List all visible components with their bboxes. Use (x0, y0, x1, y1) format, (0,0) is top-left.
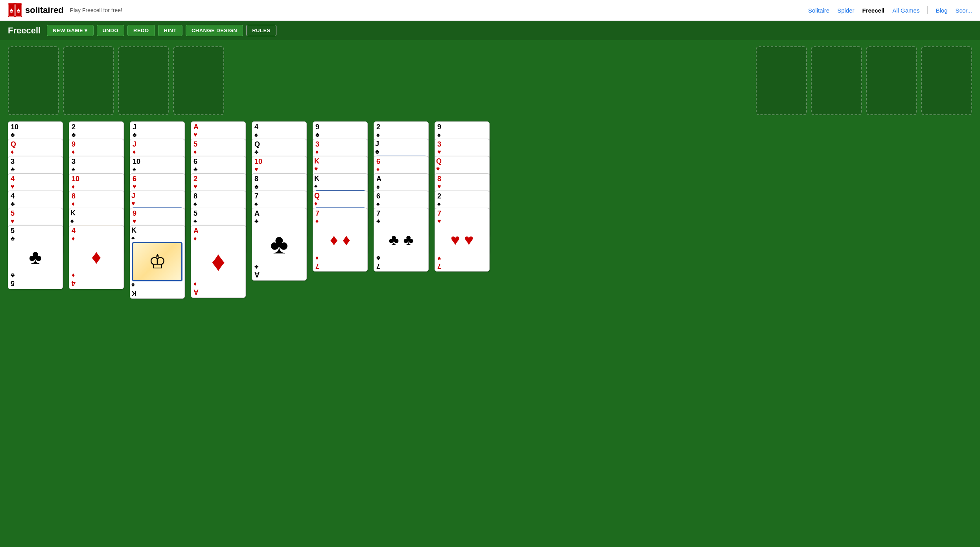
column-1: 10♣ ♣ ♣ Q♦ 3♣ 4♥ ♥ ♥ (8, 121, 65, 289)
nav-divider (927, 6, 928, 14)
card-zones (8, 46, 972, 115)
foundation-4[interactable] (921, 46, 972, 115)
foundation-2[interactable] (811, 46, 862, 115)
redo-button[interactable]: REDO (127, 25, 155, 36)
nav: Solitaire Spider Freecell All Games Blog… (808, 6, 972, 14)
change-design-button[interactable]: CHANGE DESIGN (186, 25, 243, 36)
logo[interactable]: ♠ ♠ solitaired (8, 3, 64, 17)
columns: 10♣ ♣ ♣ Q♦ 3♣ 4♥ ♥ ♥ (8, 121, 972, 299)
logo-icon: ♠ ♠ (8, 3, 22, 17)
rules-button[interactable]: RULES (246, 25, 276, 36)
nav-score[interactable]: Scor... (955, 7, 972, 14)
svg-text:♠: ♠ (17, 6, 20, 14)
card-ac[interactable]: A♣ ♣ A♣ (252, 208, 307, 281)
game-area: 10♣ ♣ ♣ Q♦ 3♣ 4♥ ♥ ♥ (0, 40, 980, 547)
card-7c[interactable]: 7♣ ♣ ♣ 7♣ (374, 208, 429, 272)
card-5c[interactable]: 5♣ ♣ 5♣ (8, 225, 63, 289)
nav-blog[interactable]: Blog (936, 7, 947, 14)
column-8: 9♠ 3♥ Q♥ 👸♥ 8♥ (435, 121, 492, 272)
foundation-group (756, 46, 972, 115)
new-game-button[interactable]: NEW GAME ▾ (47, 25, 94, 36)
nav-solitaire[interactable]: Solitaire (808, 7, 829, 14)
card-ad[interactable]: A♦ ♦ A♦ (191, 225, 246, 298)
freecell-3[interactable] (118, 46, 169, 115)
header: ♠ ♠ solitaired Play Freecell for free! S… (0, 0, 980, 21)
nav-all-games[interactable]: All Games (892, 7, 919, 14)
column-4: A♥ 5♦ ♦ ♦ 6♣ 2♥ (191, 121, 248, 298)
svg-text:♠: ♠ (9, 6, 13, 14)
freecell-1[interactable] (8, 46, 59, 115)
freecell-2[interactable] (63, 46, 114, 115)
game-toolbar: Freecell NEW GAME ▾ UNDO REDO HINT CHANG… (0, 21, 980, 40)
foundation-3[interactable] (866, 46, 917, 115)
freecell-group (8, 46, 224, 115)
card-4d[interactable]: 4♦ ♦ 4♦ (69, 225, 124, 289)
tagline: Play Freecell for free! (70, 7, 122, 13)
card-7h[interactable]: 7♥ ♥ ♥ 7♥ (435, 208, 490, 272)
foundation-1[interactable] (756, 46, 807, 115)
card-k-spade[interactable]: K♠ ♔ K♠ (130, 225, 185, 299)
card-7d[interactable]: 7♦ ♦ ♦ 7♦ (313, 208, 368, 272)
column-3: J♣ J♦ 10♠ 6♥ ♥ ♥ (130, 121, 187, 299)
column-2: 2♣ 9♦ ♦ ♦ 3♠ 10♦ (69, 121, 126, 289)
undo-button[interactable]: UNDO (97, 25, 124, 36)
game-title: Freecell (8, 26, 41, 36)
nav-spider[interactable]: Spider (837, 7, 854, 14)
column-5: 4♠ Q♣ 10♥ ♥ ♥ 8♣ (252, 121, 309, 281)
freecell-4[interactable] (173, 46, 224, 115)
column-6: 9♣ 3♦ K♥ 👑♥ K♠ 👑♠ (313, 121, 370, 272)
column-7: 2♠ J♣ 🃏♣ 6♦ ♦ ♦ A♠ (374, 121, 431, 272)
nav-freecell[interactable]: Freecell (862, 7, 885, 14)
hint-button[interactable]: HINT (158, 25, 182, 36)
logo-text: solitaired (25, 5, 64, 15)
